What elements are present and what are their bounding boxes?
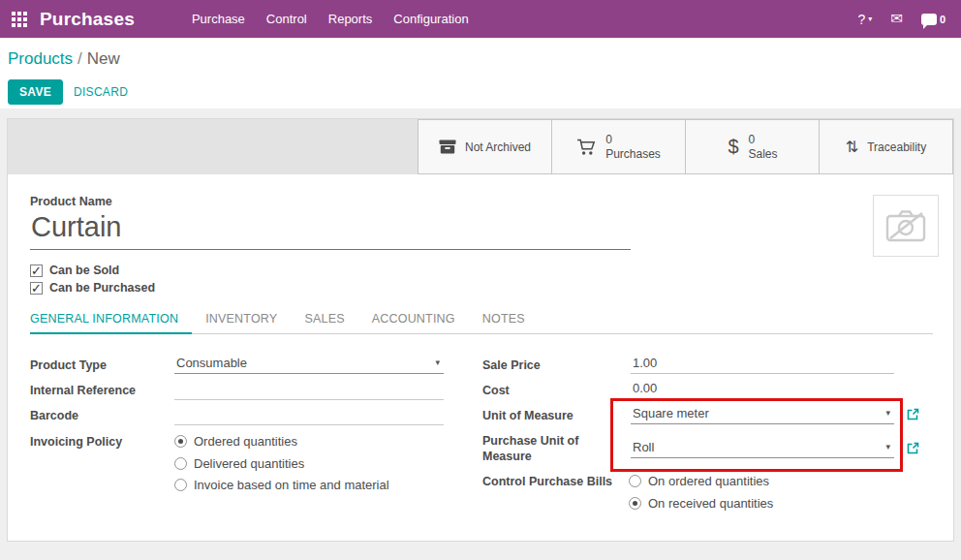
tab-inventory[interactable]: INVENTORY <box>192 312 291 333</box>
sheet-header-strip: Not Archived 0 Purchases <box>8 119 953 174</box>
menu-item-configuration[interactable]: Configuration <box>383 0 479 38</box>
product-name-label: Product Name <box>30 195 112 210</box>
breadcrumb-products-link[interactable]: Products <box>8 49 73 68</box>
checkbox-icon <box>30 264 43 277</box>
radio-label: On received quantities <box>648 496 773 511</box>
tab-sales[interactable]: SALES <box>291 312 357 333</box>
sale-price-label: Sale Price <box>482 358 541 374</box>
notebook-tabs: GENERAL INFORMATION INVENTORY SALES ACCO… <box>30 312 933 334</box>
can-be-purchased-label: Can be Purchased <box>49 281 155 295</box>
unit-of-measure-label: Unit of Measure <box>482 409 574 424</box>
radio-icon <box>174 457 187 470</box>
product-name-input[interactable] <box>30 209 631 250</box>
radio-invoice-time-material[interactable]: Invoice based on time and material <box>174 478 389 492</box>
cost-label: Cost <box>482 384 510 399</box>
barcode-input[interactable] <box>174 406 444 425</box>
radio-ordered-quantities[interactable]: Ordered quantities <box>174 434 297 449</box>
unit-of-measure-select[interactable]: Square meter ▾ <box>631 405 894 424</box>
discard-button[interactable]: DISCARD <box>64 79 138 105</box>
radio-delivered-quantities[interactable]: Delivered quantities <box>174 456 304 471</box>
purchases-count: 0 <box>605 133 661 146</box>
apps-grid-icon <box>12 12 27 27</box>
dollar-icon: $ <box>727 136 739 158</box>
tab-general-information[interactable]: GENERAL INFORMATION <box>30 312 192 334</box>
breadcrumb-separator: / <box>78 49 82 68</box>
dropdown-caret-icon: ▾ <box>435 358 440 367</box>
traceability-button[interactable]: ⇅ Traceability <box>819 119 953 174</box>
form-sheet: Not Archived 0 Purchases <box>7 118 954 542</box>
archive-status-label: Not Archived <box>465 140 531 154</box>
radio-icon <box>174 479 187 491</box>
product-type-label: Product Type <box>30 358 107 374</box>
help-menu-button[interactable]: ? ▾ <box>857 12 872 27</box>
radio-icon <box>629 497 641 510</box>
message-count: 0 <box>940 14 946 25</box>
apps-menu-button[interactable] <box>12 12 27 27</box>
stat-button-box: Not Archived 0 Purchases <box>418 119 953 174</box>
save-button[interactable]: SAVE <box>8 79 63 105</box>
can-be-sold-checkbox[interactable]: Can be Sold <box>30 264 119 277</box>
sales-stat-button[interactable]: $ 0 Sales <box>685 119 820 174</box>
breadcrumb: Products/New <box>8 49 120 69</box>
cost-input[interactable]: 0.00 <box>631 380 894 399</box>
external-link-icon[interactable] <box>907 408 919 420</box>
internal-reference-label: Internal Reference <box>30 384 136 399</box>
radio-label: On ordered quantities <box>648 474 769 488</box>
sale-price-value: 1.00 <box>633 356 657 370</box>
top-navbar: Purchases Purchase Control Reports Confi… <box>0 0 961 38</box>
purchases-stat-label: Purchases <box>605 147 661 161</box>
purchase-unit-of-measure-value: Roll <box>633 440 654 454</box>
can-be-sold-label: Can be Sold <box>49 264 119 277</box>
chevron-down-icon: ▾ <box>868 15 872 23</box>
product-type-value: Consumable <box>176 356 247 370</box>
help-icon: ? <box>857 12 865 27</box>
invoicing-policy-label: Invoicing Policy <box>30 435 122 451</box>
internal-reference-input[interactable] <box>174 381 444 400</box>
can-be-purchased-checkbox[interactable]: Can be Purchased <box>30 281 155 295</box>
content-area: Not Archived 0 Purchases <box>0 109 961 560</box>
menu-item-purchase[interactable]: Purchase <box>181 0 256 38</box>
unit-of-measure-value: Square meter <box>633 406 709 420</box>
radio-label: Ordered quantities <box>194 434 297 449</box>
tab-notes[interactable]: NOTES <box>469 312 539 333</box>
breadcrumb-current: New <box>87 49 120 68</box>
envelope-icon[interactable]: ✉ <box>890 12 903 26</box>
topbar-right-icons: ? ▾ ✉ 0 <box>857 12 961 27</box>
purchases-stat-button[interactable]: 0 Purchases <box>551 119 686 174</box>
dropdown-caret-icon: ▾ <box>885 408 890 418</box>
tab-accounting[interactable]: ACCOUNTING <box>358 312 469 333</box>
radio-label: Delivered quantities <box>194 456 304 471</box>
barcode-label: Barcode <box>30 409 78 424</box>
product-type-select[interactable]: Consumable ▾ <box>174 355 444 374</box>
radio-icon <box>629 475 641 487</box>
app-title[interactable]: Purchases <box>40 9 135 30</box>
external-link-icon[interactable] <box>907 442 919 454</box>
radio-on-ordered-quantities[interactable]: On ordered quantities <box>629 474 769 488</box>
menu-item-reports[interactable]: Reports <box>318 0 384 38</box>
radio-icon <box>174 435 187 448</box>
camera-icon <box>884 208 927 243</box>
archive-status-button[interactable]: Not Archived <box>418 119 552 174</box>
odoo-purchases-window: Purchases Purchase Control Reports Confi… <box>0 0 961 560</box>
traceability-label: Traceability <box>867 140 926 154</box>
sales-stat-label: Sales <box>748 147 777 161</box>
cart-icon <box>576 139 597 156</box>
speech-bubble-icon <box>921 14 937 25</box>
archive-icon <box>439 140 456 154</box>
top-menu: Purchase Control Reports Configuration <box>181 0 480 38</box>
dropdown-caret-icon: ▾ <box>885 442 890 451</box>
purchase-unit-of-measure-label: Purchase Unit of Measure <box>482 434 591 464</box>
control-panel: Products/New SAVE DISCARD <box>0 38 961 109</box>
radio-on-received-quantities[interactable]: On received quantities <box>629 496 773 511</box>
product-image-placeholder[interactable] <box>873 195 939 257</box>
sale-price-input[interactable]: 1.00 <box>631 355 894 374</box>
messages-button[interactable]: 0 <box>921 14 946 25</box>
checkbox-icon <box>30 282 43 295</box>
radio-label: Invoice based on time and material <box>194 478 389 492</box>
sales-count: 0 <box>748 133 777 146</box>
purchase-unit-of-measure-select[interactable]: Roll ▾ <box>631 439 894 458</box>
cost-value: 0.00 <box>633 381 657 395</box>
control-purchase-bills-label: Control Purchase Bills <box>482 475 612 490</box>
menu-item-control[interactable]: Control <box>256 0 318 38</box>
traceability-arrows-icon: ⇅ <box>846 138 858 156</box>
